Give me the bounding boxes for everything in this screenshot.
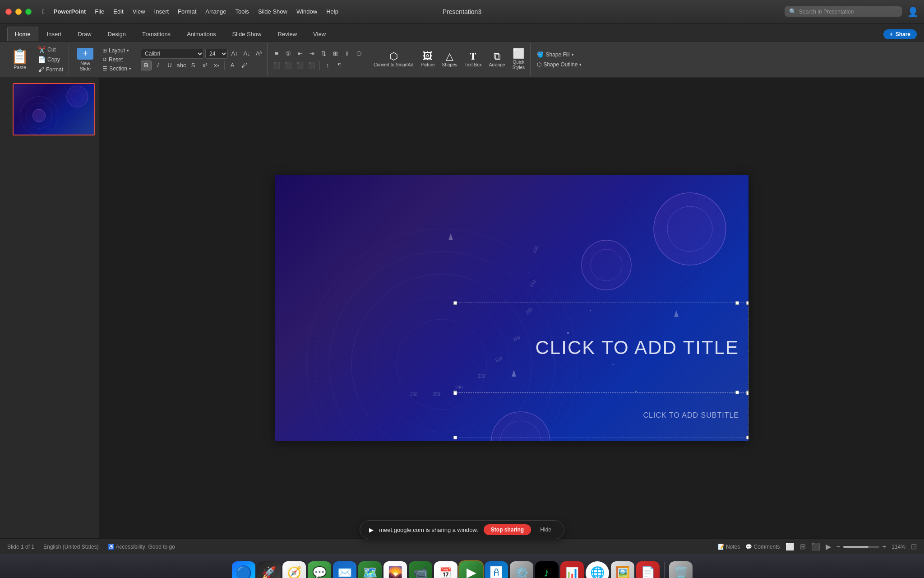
view-grid-icon[interactable]: ⊞ bbox=[800, 542, 806, 551]
numbering-button[interactable]: ① bbox=[283, 49, 294, 59]
slide-title-placeholder[interactable]: CLICK TO ADD TITLE bbox=[536, 337, 739, 359]
increase-font-button[interactable]: A↑ bbox=[229, 49, 240, 59]
subscript-button[interactable]: x₂ bbox=[211, 61, 222, 70]
dock-calendar[interactable]: 📅 21 bbox=[434, 561, 457, 578]
tab-draw[interactable]: Draw bbox=[70, 27, 99, 41]
decrease-indent-button[interactable]: ⇤ bbox=[295, 49, 305, 59]
layout-button[interactable]: ⊞ Layout ▾ bbox=[100, 47, 134, 55]
tab-view[interactable]: View bbox=[305, 27, 333, 41]
dock-acrobat[interactable]: 📄 bbox=[636, 561, 660, 578]
format-button[interactable]: 🖌 Format bbox=[35, 65, 66, 74]
dock-messages[interactable]: 💬 bbox=[308, 561, 331, 578]
hide-button[interactable]: Hide bbox=[536, 524, 555, 535]
line-spacing-button[interactable]: ↕ bbox=[322, 61, 333, 70]
minimize-button[interactable] bbox=[15, 9, 22, 15]
menu-arrange[interactable]: Arrange bbox=[202, 7, 230, 16]
cut-button[interactable]: ✂️ Cut bbox=[35, 45, 66, 54]
slide-subtitle-box[interactable]: CLICK TO ADD SUBTITLE bbox=[455, 393, 748, 438]
dock-appstore[interactable]: 🅰 bbox=[485, 561, 508, 578]
shape-fill-button[interactable]: 🪣 Shape Fill ▾ bbox=[534, 51, 576, 59]
sub-handle-tr[interactable] bbox=[746, 392, 748, 395]
fit-to-window-icon[interactable]: ⊡ bbox=[911, 542, 917, 551]
smart-align-button[interactable]: ⊞ bbox=[330, 49, 341, 59]
superscript-button[interactable]: x² bbox=[199, 61, 210, 70]
font-size-select[interactable]: 24 28 32 36 bbox=[205, 49, 228, 59]
dock-launchpad[interactable]: 🚀 bbox=[257, 561, 281, 578]
sub-handle-bl[interactable] bbox=[453, 436, 457, 439]
tab-transitions[interactable]: Transitions bbox=[134, 27, 178, 41]
change-case-button[interactable]: Aᴬ bbox=[254, 49, 264, 59]
reset-button[interactable]: ↺ Reset bbox=[100, 56, 134, 64]
slide-canvas[interactable]: 150 190 200 210 220 230 240 250 260 bbox=[275, 175, 748, 441]
strikethrough-button[interactable]: abc bbox=[176, 61, 187, 70]
new-slide-button[interactable]: + New Slide bbox=[73, 45, 98, 74]
tab-home[interactable]: Home bbox=[7, 27, 38, 41]
share-button[interactable]: + Share bbox=[883, 29, 917, 39]
dock-spotify[interactable]: ♪ bbox=[535, 561, 559, 578]
tab-slideshow[interactable]: Slide Show bbox=[224, 27, 269, 41]
app-menu-powerpoint[interactable]: PowerPoint bbox=[50, 7, 90, 16]
view-normal-icon[interactable]: ⬜ bbox=[785, 542, 795, 551]
underline-button[interactable]: U bbox=[164, 61, 175, 70]
copy-button[interactable]: 📄 Copy bbox=[35, 55, 66, 64]
columns-button[interactable]: ⫴ bbox=[342, 49, 352, 59]
font-color-button[interactable]: A bbox=[227, 61, 238, 70]
maximize-button[interactable] bbox=[25, 9, 32, 15]
view-slideshow-icon[interactable]: ▶ bbox=[826, 542, 831, 551]
shape-outline-button[interactable]: ⬡ Shape Outline ▾ bbox=[534, 61, 584, 69]
decrease-font-button[interactable]: A↓ bbox=[241, 49, 252, 59]
user-icon[interactable]: 👤 bbox=[907, 6, 919, 17]
paragraph-spacing-button[interactable]: ¶ bbox=[334, 61, 345, 70]
notes-button[interactable]: 📝 Notes bbox=[718, 544, 740, 550]
sub-handle-br[interactable] bbox=[746, 436, 748, 439]
menu-window[interactable]: Window bbox=[293, 7, 321, 16]
tab-animations[interactable]: Animations bbox=[179, 27, 223, 41]
bullets-button[interactable]: ≡ bbox=[271, 49, 282, 59]
slide-subtitle-placeholder[interactable]: CLICK TO ADD SUBTITLE bbox=[643, 411, 739, 420]
dock-finder[interactable]: 🔵 bbox=[232, 561, 255, 578]
zoom-slider[interactable] bbox=[843, 546, 879, 548]
dock-safari[interactable]: 🧭 bbox=[282, 561, 306, 578]
menu-insert[interactable]: Insert bbox=[151, 7, 173, 16]
dock-photos[interactable]: 🌄 bbox=[383, 561, 407, 578]
slide-1-thumbnail[interactable] bbox=[13, 83, 95, 135]
dock-preview[interactable]: 🖼️ bbox=[611, 561, 634, 578]
menu-edit[interactable]: Edit bbox=[110, 7, 127, 16]
align-right-button[interactable]: ⬛ bbox=[295, 61, 305, 70]
menu-format[interactable]: Format bbox=[174, 7, 200, 16]
shapes-button[interactable]: △ Shapes bbox=[439, 50, 460, 70]
quick-styles-button[interactable]: ⬜ QuickStyles bbox=[509, 47, 527, 72]
dock-system-prefs[interactable]: ⚙️ bbox=[510, 561, 533, 578]
font-name-select[interactable]: Calibri Arial Times New Roman bbox=[141, 49, 204, 59]
comments-button[interactable]: 💬 Comments bbox=[745, 544, 780, 550]
stop-sharing-button[interactable]: Stop sharing bbox=[484, 524, 531, 535]
tab-review[interactable]: Review bbox=[270, 27, 305, 41]
dock-google-meet[interactable]: ▶ bbox=[459, 561, 483, 578]
convert-smartart-small[interactable]: ⬡ bbox=[353, 49, 364, 59]
paste-button[interactable]: 📋 Paste bbox=[6, 45, 33, 74]
shadow-button[interactable]: S bbox=[188, 61, 199, 70]
increase-indent-button[interactable]: ⇥ bbox=[306, 49, 317, 59]
convert-smartart-button[interactable]: ⬡ Convert to SmartArt bbox=[371, 50, 416, 70]
section-button[interactable]: ☰ Section ▾ bbox=[100, 65, 134, 73]
dock-maps[interactable]: 🗺️ bbox=[358, 561, 382, 578]
dock-mail[interactable]: ✉️ bbox=[333, 561, 356, 578]
sub-handle-tl[interactable] bbox=[453, 392, 457, 395]
text-box-button[interactable]: 𝐓 Text Box bbox=[462, 50, 484, 70]
zoom-out-button[interactable]: − bbox=[836, 543, 841, 551]
align-left-button[interactable]: ⬛ bbox=[271, 61, 282, 70]
menu-help[interactable]: Help bbox=[323, 7, 342, 16]
dock-powerpoint[interactable]: 📊 bbox=[560, 561, 584, 578]
apple-menu[interactable]:  bbox=[39, 7, 48, 16]
zoom-in-button[interactable]: + bbox=[882, 543, 886, 551]
slide-title-box[interactable]: CLICK TO ADD TITLE bbox=[455, 303, 748, 393]
handle-tl[interactable] bbox=[453, 301, 457, 305]
menu-view[interactable]: View bbox=[129, 7, 149, 16]
align-center-button[interactable]: ⬛ bbox=[283, 61, 294, 70]
text-direction-button[interactable]: ⇅ bbox=[318, 49, 329, 59]
italic-button[interactable]: I bbox=[152, 61, 163, 70]
search-input[interactable] bbox=[799, 9, 897, 15]
arrange-button[interactable]: ⧉ Arrange bbox=[486, 50, 508, 70]
dock-trash[interactable]: 🗑️ bbox=[669, 561, 693, 578]
menu-tools[interactable]: Tools bbox=[232, 7, 253, 16]
